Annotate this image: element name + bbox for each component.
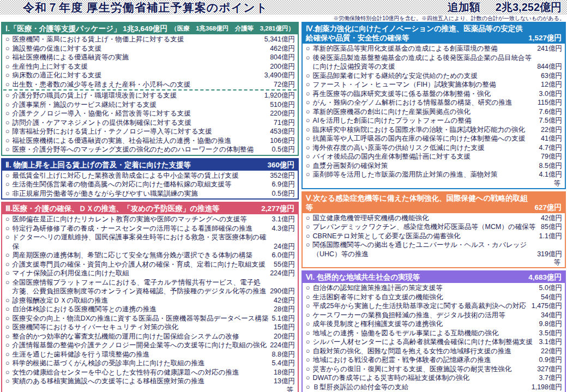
budget-item: ○血漿分画製剤の確保対策8.5億円 [303,161,565,171]
budget-item: ○臨床研究中核病院における国際水準の治験・臨床試験対応能力の強化22億円 [303,125,565,135]
item-amount: 3.7億円 [539,373,562,383]
circle-bullet-icon: ○ [306,337,310,347]
item-amount: 224億円 [270,269,295,278]
etc-suffix: 等 [303,179,565,188]
item-label: バイオ後続品の国内生産体制整備計画に対する支援 [313,152,538,161]
section-3-amount: 2,277億円 [261,204,294,213]
item-amount: 3.1億円 [272,215,295,224]
circle-bullet-icon: ○ [306,44,310,53]
budget-item: ○成年後見制度と権利擁護支援等の連携強化9.8億円 [303,319,565,329]
item-amount: 3.0億円 [539,89,562,99]
item-label: 福祉医療機構による優遇融資等の実施 [13,53,267,62]
circle-bullet-icon: ○ [5,189,10,198]
item-label: 臨床研究中核病院における国際水準の治験・臨床試験対応能力の強化 [313,125,538,135]
right-column: Ⅳ.創薬力強化に向けたイノベーションの推進、医薬品等の安定供給確保や品質・安全性… [301,22,566,392]
circle-bullet-icon: ○ [306,365,310,374]
item-amount: 7.5億円 [539,116,562,125]
item-amount: 24億円 [274,242,295,251]
circle-bullet-icon: ○ [306,161,310,171]
item-label: 生活衛生関係営業者の物価高騰への対応に向けた価格転嫁の取組支援等 [13,180,269,189]
item-amount: 510億円 [270,100,295,110]
item-label: 地域における戦没者の慰霊・戦争体験者の記憶継承の推進 [313,355,536,365]
budget-item: ○病床数の適正化に対する支援3,490億円 [2,71,298,80]
budget-item: ○ファースト・イン・ヒューマン（FIH）試験実施体制の整備12億円 [303,80,565,89]
budget-item: ○生活困窮者等に対する自立支援の機能強化54億円 [303,293,565,302]
item-label: 平成25年から実施した生活扶助基準改定に関する最高裁判決への対応 [313,301,528,311]
budget-item: ○施設整備の促進に対する支援462億円 [2,44,298,53]
section-1-body: ○医療機関・薬局における賃上げ・物価上昇に対する支援5,341億円○施設整備の促… [2,34,298,155]
budget-item: ○がん・難病の全ゲノム解析における情報基盤の構築、研究の推進115億円 [303,98,565,107]
item-label: 自治体の認知症施策推進計画の策定支援等 [313,284,536,293]
item-label: 生涯を通じた歯科健診を行う環境整備の推進 [13,350,269,359]
circle-bullet-icon: ○ [5,368,10,377]
budget-item: ○抗菌薬等や人工呼吸器の国内在庫の確保等に向けた体制整備への支援41億円 [303,134,565,143]
item-label: 周産期医療の連携体制、希望に応じて安全な無痛分娩が選択できる体制の構築 [13,251,269,260]
circle-bullet-icon: ○ [306,240,310,250]
section-5: Ⅴ.次なる感染症危機等に備えた体制強化、国際保健への戦略的取組等627億円○国立… [301,191,566,269]
circle-bullet-icon: ○ [5,180,10,189]
item-label: 介護分野の職員の賃上げ・職場環境改善に対する支援 [13,91,261,100]
item-amount: 28億円 [274,305,295,314]
circle-bullet-icon: ○ [5,80,10,89]
item-amount: 22億円 [541,347,562,356]
item-label: 医療機関等におけるサイバーセキュリティ対策の強化 [13,323,271,332]
budget-item: ○海外依存度の高い原薬等の供給リスク低減に向けた支援4.7億円 [303,143,565,153]
item-amount: 1,198億円 [532,383,562,392]
item-amount: 55億円 [274,260,295,269]
item-amount: 106億円 [270,136,295,146]
item-label: 医療安全の向上・物流DXの推進に資する医薬品・医療機器等製品データベース構築 [13,314,269,323]
section-6-body: ○自治体の認知症施策推進計画の策定支援等5.0億円○生活困窮者等に対する自立支援… [303,283,565,392]
circle-bullet-icon: ○ [5,296,10,305]
budget-item: ○薬剤師等を活用した市販薬の濫用防止対策の推進、薬物対策4.1億円 [303,170,565,179]
budget-item: ○ドクターヘリの運航維持、国民保護事案発生時等における救急・災害医療体制の確保2… [2,233,298,251]
item-label: 医療・介護分野等へのマッチング支援の強化のためのハローワークの体制整備 [13,145,269,154]
circle-bullet-icon: ○ [5,145,10,154]
section-4-title: Ⅳ.創薬力強化に向けたイノベーションの推進、医薬品等の安定供給確保や品質・安全性… [306,24,524,43]
budget-summary-page: 令和７年度 厚生労働省補正予算案のポイント 追加額 2兆3,252億円 ※労働保… [0,0,567,392]
budget-item: ○自治体の認知症施策推進計画の策定支援等5.0億円 [303,284,565,293]
item-label: 障害福祉分野における賃上げ・テクノロジー導入等に対する支援 [13,127,267,136]
item-label: 海外依存度の高い原薬等の供給リスク低減に向けた支援 [313,143,536,153]
budget-item: ○介護テクノロジー導入・協働化・経営改善等に対する支援220億円 [2,109,298,118]
item-label: 科学的根拠に基づくがん検診の受診率向上に向けた取組の推進 [13,359,269,368]
item-amount: 20億円 [274,332,295,341]
budget-item: ○介護事業所・施設のサービス継続に対する支援510億円 [2,100,298,110]
item-label: 整合的かつ効率的な審査支払機能の運用に向けた国保総合システムの改修 [13,332,271,341]
item-label: がん・難病の全ゲノム解析における情報基盤の構築、研究の推進 [313,98,535,107]
section-5-title: Ⅴ.次なる感染症危機等に備えた体制強化、国際保健への戦略的取組等 [306,194,530,212]
budget-item: ○災害からの復旧・復興に対する支援、医療施設等の耐災害性強化327億円 [303,365,565,374]
section-6: Ⅵ. 包摂的な地域共生社会の実現等4,683億円○自治体の認知症施策推進計画の策… [301,270,566,392]
circle-bullet-icon: ○ [5,224,10,233]
item-amount: 85億円 [541,222,562,232]
item-amount: 462億円 [270,44,295,53]
item-label: 実績のある移植実施施設への支援等による移植医療対策の推進 [13,377,271,386]
section-1-title: Ⅰ.「医療・介護等支援パッケージ」 1兆3,649億円 [5,24,168,33]
circle-bullet-icon: ○ [5,215,10,224]
item-amount: 71億円 [274,118,295,128]
item-amount: 844億円 [537,62,562,71]
item-amount: 241億円 [537,44,562,53]
section-2-body: ○最低賃金引上げに対応した業務改善助成金による中小企業等の賃上げ支援352億円○… [2,171,298,199]
item-label: プレパンデミックワクチン、感染症危機対応医薬品等（MCM）の確保等 [313,222,538,232]
item-label: 特定行為研修修了者の養成・ナースセンターの活用等による看護師確保の推進 [13,224,269,233]
item-amount: 1,475億円 [532,301,562,311]
item-label: 病床数の適正化に対する支援 [13,71,261,80]
item-amount: 13億円 [274,377,295,386]
circle-bullet-icon: ○ [5,269,10,278]
item-amount: 54億円 [541,293,562,302]
item-amount: 352億円 [270,171,295,180]
item-label: Ｂ型肝炎訴訟の給付金等の支給 [313,383,528,392]
item-label: DWATの養成等による災害時の福祉支援体制の強化 [313,373,536,383]
item-label: 最低賃金引上げに対応した業務改善助成金による中小企業等の賃上げ支援 [13,171,267,180]
circle-bullet-icon: ○ [5,44,10,53]
budget-item: ○国立健康危機管理研究機構の機能強化42億円 [303,214,565,223]
circle-bullet-icon: ○ [306,152,310,161]
item-label: 出生数・患者数の減少等を踏まえた産科・小児科への支援 [13,80,271,89]
budget-item: ○診療報酬改定ＤＸの取組の推進42億円 [2,296,298,305]
item-amount: 4.3億円 [272,224,295,233]
circle-bullet-icon: ○ [5,251,10,260]
circle-bullet-icon: ○ [5,35,10,44]
item-amount: 453億円 [270,127,295,136]
addition-amount: 2兆3,252億円 [496,0,562,15]
circle-bullet-icon: ○ [306,89,310,99]
